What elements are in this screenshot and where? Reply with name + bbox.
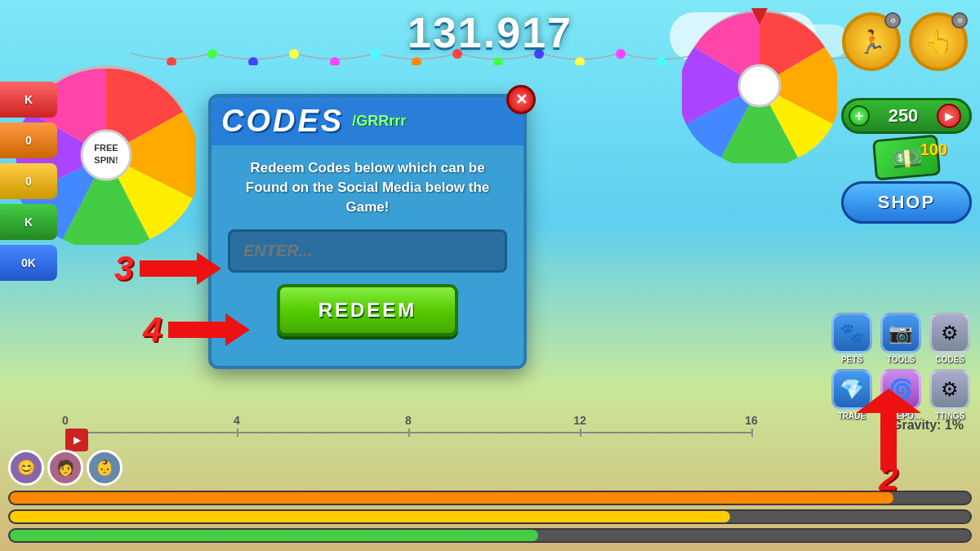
run-button[interactable]: 🏃 ⚙	[842, 12, 901, 71]
close-button[interactable]: ✕	[506, 85, 536, 114]
right-panel: + 250 ▶ 💵 100 SHOP	[841, 98, 972, 224]
progress-bar-row-3	[8, 528, 972, 543]
arrow-3-annotation: 3	[114, 249, 221, 288]
progress-bar-fill-1	[10, 492, 893, 504]
ruler-tick-12	[580, 429, 581, 437]
currency-bar: + 250 ▶	[841, 98, 972, 134]
avatar-row: 😊 🧑 👶	[8, 450, 122, 486]
code-input[interactable]	[228, 229, 507, 273]
codes-dialog-header: CODES /GRRrrr ✕	[212, 97, 523, 145]
ruler-tick-4	[237, 429, 238, 437]
score-display: 131.917	[408, 8, 572, 57]
codes-icon-circle: ⚙	[929, 313, 970, 353]
svg-point-11	[616, 49, 626, 59]
left-btn-3[interactable]: 0	[0, 163, 57, 199]
svg-marker-22	[168, 313, 250, 346]
progress-bars	[8, 491, 972, 543]
svg-point-10	[575, 57, 585, 65]
left-btn-5[interactable]: 0K	[0, 245, 57, 281]
ruler-label-16: 16	[745, 414, 758, 427]
arrow-2-icon	[856, 389, 921, 470]
pets-icon-circle: 🐾	[831, 313, 872, 353]
codes-dialog-subtitle: /GRRrrr	[352, 113, 406, 130]
svg-point-0	[167, 57, 176, 65]
money-amount: 100	[920, 140, 947, 159]
top-right-buttons: 🏃 ⚙ 👆 ⚙	[842, 12, 968, 71]
click-button[interactable]: 👆 ⚙	[909, 12, 968, 71]
arrow-3-label: 3	[114, 249, 133, 288]
arrow-3-icon	[140, 252, 221, 285]
svg-point-12	[657, 57, 666, 65]
arrow-4-label: 4	[143, 310, 162, 349]
ruler-tick-8	[408, 429, 410, 437]
tools-label: TOOLS	[887, 355, 915, 364]
arrow-4-annotation: 4	[143, 310, 250, 349]
arrow-2-annotation: 2	[856, 389, 921, 473]
codes-dialog: CODES /GRRrrr ✕ Redeem Codes below which…	[208, 94, 527, 369]
progress-bar-row-2	[8, 509, 972, 524]
play-button[interactable]: ▶	[937, 104, 961, 128]
nav-settings[interactable]: ⚙ TTINGS	[928, 369, 972, 420]
svg-point-3	[289, 49, 299, 59]
progress-bar-fill-3	[10, 530, 538, 541]
codes-dialog-title: CODES	[221, 104, 344, 139]
svg-point-25	[739, 65, 780, 106]
click-button-badge: ⚙	[951, 12, 968, 29]
run-button-badge: ⚙	[884, 12, 901, 29]
progress-bar-track-1	[8, 491, 972, 505]
nav-tools[interactable]: 📷 TOOLS	[879, 313, 923, 364]
progress-bar-fill-2	[10, 511, 730, 522]
nav-codes[interactable]: ⚙ CODES	[928, 313, 972, 364]
svg-point-2	[248, 57, 258, 65]
svg-point-6	[412, 57, 421, 65]
left-button-panel: K 0 0 K 0K	[0, 82, 57, 281]
svg-point-8	[493, 57, 503, 65]
money-display: 💵 100	[841, 137, 972, 178]
ruler-tick-16	[751, 429, 753, 437]
left-btn-2[interactable]: 0	[0, 122, 57, 158]
redeem-button[interactable]: REDEEM	[277, 284, 458, 336]
avatar-1: 😊	[8, 450, 44, 486]
progress-bar-row-1	[8, 491, 972, 505]
codes-description: Redeem Codes below which can be Found on…	[228, 158, 507, 216]
ruler-label-4: 4	[234, 414, 240, 427]
svg-point-5	[371, 49, 381, 59]
ruler-youtube-icon: ▶	[65, 429, 88, 451]
arrow-4-icon	[168, 313, 250, 346]
nav-pets[interactable]: 🐾 PETS	[830, 313, 874, 364]
codes-dialog-body: Redeem Codes below which can be Found on…	[212, 145, 523, 349]
avatar-2: 🧑	[47, 450, 83, 486]
currency-amount: 250	[875, 105, 932, 127]
svg-marker-23	[856, 389, 921, 470]
left-btn-4[interactable]: K	[0, 204, 57, 240]
shop-button[interactable]: SHOP	[841, 181, 972, 224]
tools-icon-circle: 📷	[880, 313, 921, 353]
progress-bar-track-2	[8, 509, 972, 524]
svg-point-1	[207, 49, 217, 59]
ruler-label-12: 12	[573, 414, 586, 427]
ruler-label-8: 8	[405, 414, 412, 427]
avatar-3: 👶	[87, 450, 122, 486]
ruler-label-0: 0	[62, 414, 69, 427]
codes-nav-label: CODES	[935, 355, 964, 364]
settings-icon-circle: ⚙	[929, 369, 970, 410]
plus-currency-button[interactable]: +	[849, 105, 870, 127]
spin-wheel-right[interactable]	[682, 8, 837, 163]
ruler: 0 4 8 12 16 ▶	[65, 420, 751, 445]
left-btn-1[interactable]: K	[0, 82, 57, 118]
arrow-2-label: 2	[879, 459, 898, 498]
pets-label: PETS	[841, 355, 862, 364]
svg-text:FREE: FREE	[94, 143, 118, 153]
svg-marker-21	[140, 252, 221, 285]
svg-point-4	[330, 57, 340, 65]
svg-text:SPIN!: SPIN!	[94, 155, 118, 165]
progress-bar-track-3	[8, 528, 972, 543]
